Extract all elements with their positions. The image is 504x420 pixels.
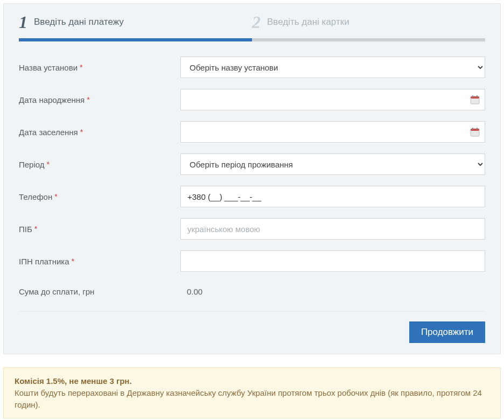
step-1-number: 1 bbox=[19, 13, 27, 31]
commission-title: Комісія 1.5%, не менше 3 грн. bbox=[15, 376, 132, 386]
required-mark: * bbox=[47, 160, 50, 169]
row-amount: Сума до сплати, грн 0.00 bbox=[19, 283, 485, 300]
row-birth-date: Дата народження * bbox=[19, 89, 485, 110]
institution-select[interactable]: Оберіть назву установи bbox=[180, 57, 485, 78]
row-period: Період * Оберіть період проживання bbox=[19, 153, 485, 175]
label-birth-date-text: Дата народження bbox=[19, 95, 85, 104]
label-fio-text: ПІБ bbox=[19, 225, 32, 234]
progress-seg-2 bbox=[252, 38, 485, 41]
step-2: 2 Введіть дані картки bbox=[252, 11, 485, 35]
progress-seg-1 bbox=[19, 38, 252, 41]
svg-rect-7 bbox=[477, 128, 478, 130]
amount-value: 0.00 bbox=[180, 283, 485, 300]
row-institution: Назва установи * Оберіть назву установи bbox=[19, 57, 485, 78]
ipn-input[interactable] bbox=[180, 250, 485, 272]
separator bbox=[19, 311, 485, 312]
label-ipn: ІПН платника * bbox=[19, 257, 180, 266]
label-period: Період * bbox=[19, 160, 180, 169]
row-phone: Телефон * bbox=[19, 186, 485, 207]
checkin-date-input[interactable] bbox=[180, 121, 485, 143]
payment-form: Назва установи * Оберіть назву установи … bbox=[19, 57, 485, 343]
commission-notice: Комісія 1.5%, не менше 3 грн. Кошти буду… bbox=[3, 367, 501, 418]
row-checkin-date: Дата заселення * bbox=[19, 121, 485, 143]
step-1-label: Введіть дані платежу bbox=[34, 17, 124, 27]
svg-rect-3 bbox=[477, 95, 478, 97]
progress-bar bbox=[19, 38, 485, 41]
step-2-number: 2 bbox=[252, 13, 261, 31]
commission-body: Кошти будуть перераховані в Державну каз… bbox=[15, 388, 482, 409]
required-mark: * bbox=[34, 225, 37, 233]
steps: 1 Введіть дані платежу 2 Введіть дані ка… bbox=[19, 11, 485, 35]
step-1: 1 Введіть дані платежу bbox=[19, 11, 252, 35]
period-select[interactable]: Оберіть період проживання bbox=[180, 153, 485, 175]
birth-date-input[interactable] bbox=[180, 89, 485, 110]
required-mark: * bbox=[54, 192, 57, 201]
svg-rect-5 bbox=[471, 129, 479, 131]
label-checkin-date-text: Дата заселення bbox=[19, 128, 78, 137]
required-mark: * bbox=[80, 128, 83, 136]
calendar-icon[interactable] bbox=[470, 95, 480, 104]
payment-panel: 1 Введіть дані платежу 2 Введіть дані ка… bbox=[3, 3, 501, 354]
calendar-icon[interactable] bbox=[470, 127, 480, 137]
phone-input[interactable] bbox=[180, 186, 485, 207]
label-birth-date: Дата народження * bbox=[19, 95, 180, 104]
label-amount-text: Сума до сплати, грн bbox=[19, 287, 94, 296]
row-fio: ПІБ * bbox=[19, 218, 485, 240]
svg-rect-6 bbox=[472, 128, 473, 130]
label-amount: Сума до сплати, грн bbox=[19, 287, 180, 296]
label-institution: Назва установи * bbox=[19, 63, 180, 72]
continue-button[interactable]: Продовжити bbox=[409, 321, 485, 343]
required-mark: * bbox=[72, 257, 74, 265]
required-mark: * bbox=[80, 63, 82, 72]
label-ipn-text: ІПН платника bbox=[19, 257, 69, 266]
button-row: Продовжити bbox=[19, 321, 485, 343]
svg-rect-2 bbox=[472, 95, 473, 97]
svg-rect-1 bbox=[471, 96, 479, 99]
label-phone-text: Телефон bbox=[19, 192, 52, 201]
required-mark: * bbox=[87, 95, 89, 104]
label-fio: ПІБ * bbox=[19, 225, 180, 234]
step-2-label: Введіть дані картки bbox=[267, 17, 349, 27]
label-phone: Телефон * bbox=[19, 192, 180, 201]
fio-input[interactable] bbox=[180, 218, 485, 240]
label-checkin-date: Дата заселення * bbox=[19, 128, 180, 137]
label-period-text: Період bbox=[19, 160, 45, 169]
row-ipn: ІПН платника * bbox=[19, 250, 485, 272]
label-institution-text: Назва установи bbox=[19, 63, 78, 72]
